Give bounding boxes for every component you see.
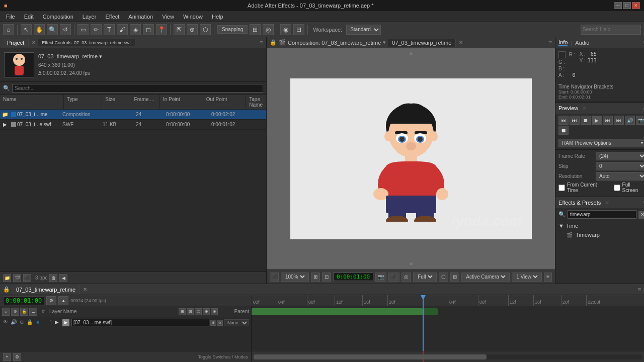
layer-name-input[interactable] [71, 319, 209, 326]
minimize-button[interactable]: — [614, 2, 622, 9]
comp-options-btn2[interactable]: ≡ [544, 273, 552, 282]
toolbar-btn-preview[interactable]: ⊟ [293, 24, 304, 35]
quality-select-input[interactable]: Full [416, 274, 434, 280]
timeline-bar-1-after[interactable] [423, 308, 438, 315]
comp-options-btn[interactable]: ≡ [548, 39, 552, 46]
frame-rate-select[interactable]: (24) [596, 152, 644, 160]
comp-snap-btn[interactable]: ⊞ [311, 273, 320, 282]
info-tab[interactable]: Info [558, 39, 568, 46]
effects-tab[interactable]: Effects & Presets [558, 200, 601, 206]
tl-settings-btn[interactable]: ⚙ [13, 353, 21, 361]
menu-effect[interactable]: Effect [101, 13, 123, 21]
tl-col-icon4[interactable]: ⊕ [203, 308, 210, 315]
effect-controls-tab[interactable]: Effect Controls: 07_03_timewarp_retime.s… [38, 39, 135, 46]
effects-time-category[interactable]: ▼ Time [558, 223, 644, 229]
tl-col-icon1[interactable]: ⊞ [179, 308, 186, 315]
from-current-checkbox[interactable] [558, 185, 565, 191]
toolbar-hand-tool[interactable]: ✋ [34, 24, 45, 35]
menu-layer[interactable]: Layer [78, 13, 101, 21]
toolbar-select-tool[interactable]: ↖ [21, 24, 32, 35]
comp-view-btn[interactable]: ⬛ [388, 273, 399, 282]
project-tab-close[interactable]: ✕ [32, 40, 36, 45]
zoom-select-input[interactable]: 100% [283, 274, 306, 280]
layer-label-switch[interactable]: ■ [34, 319, 41, 326]
tl-col-icon2[interactable]: ⊡ [187, 308, 194, 315]
layer-lock-switch[interactable]: 🔒 [26, 319, 33, 326]
preview-first-btn[interactable]: ⏮ [558, 116, 569, 125]
preview-prev-btn[interactable]: ⏭ [570, 116, 580, 125]
comp-camera-btn[interactable]: 📷 [375, 273, 386, 282]
project-item-composition[interactable]: 📁 07_03_t...ime Composition 24 0:00:00:0… [0, 110, 266, 120]
comp-zoom-select[interactable]: 100% [281, 273, 309, 282]
layer-video-switch[interactable]: 👁 [2, 319, 9, 326]
view-select[interactable]: 1 View [512, 273, 542, 282]
menu-help[interactable]: Help [208, 13, 227, 21]
comp-tab-close[interactable]: ✕ [459, 40, 463, 45]
toolbar-btn-3d[interactable]: ◎ [263, 24, 274, 35]
toolbar-btn-snap[interactable]: ⬡ [200, 24, 211, 35]
toolbar-home-btn[interactable]: ⌂ [3, 24, 14, 35]
timeline-timecode[interactable]: 0:00:01:00 [3, 296, 44, 305]
toolbar-rect-tool[interactable]: ▭ [77, 24, 89, 35]
preview-next-btn[interactable]: ⏭ [603, 116, 613, 125]
preview-last-btn[interactable]: ⏭ [614, 116, 624, 125]
effects-search-input[interactable] [568, 210, 636, 219]
timeline-playhead[interactable] [423, 295, 424, 306]
toolbar-rotate-tool[interactable]: ↺ [60, 24, 71, 35]
toolbar-zoom-tool[interactable]: 🔍 [47, 24, 58, 35]
layer-row-1[interactable]: 👁 🔊 ⊙ 🔒 ■ 1 ▶ ▶ ⊕ fx [0, 317, 251, 328]
project-item-swf[interactable]: ▶ 07_03_t...e.swf SWF 11 KB 24 0:00:00:0… [0, 120, 266, 130]
timeline-options-btn[interactable]: ≡ [637, 286, 641, 293]
layer-mode-select[interactable]: None [224, 319, 249, 326]
tl-label-btn[interactable]: ☰ [29, 308, 37, 316]
toolbar-btn-move[interactable]: ⇱ [174, 24, 185, 35]
comp-mask-btn[interactable]: ⬡ [439, 273, 448, 282]
toolbar-btn-render[interactable]: ◉ [280, 24, 291, 35]
menu-view[interactable]: View [158, 13, 178, 21]
menu-window[interactable]: Window [179, 13, 207, 21]
maximize-button[interactable]: □ [623, 2, 631, 9]
comp-grid-btn[interactable]: ⊡ [322, 273, 331, 282]
effects-search-clear-btn[interactable]: ✕ [638, 211, 644, 219]
preview-tab[interactable]: Preview [558, 105, 578, 111]
toolbar-btn-grid[interactable]: ⊞ [250, 24, 261, 35]
timeline-tab-close[interactable]: ✕ [83, 287, 87, 292]
ram-preview-dropdown[interactable]: RAM Preview Options ▾ [558, 139, 644, 147]
toolbar-pin-tool[interactable]: 📍 [156, 24, 167, 35]
menu-composition[interactable]: Composition [39, 13, 77, 21]
comp-trans-btn[interactable]: ◎ [401, 273, 411, 282]
timeline-comp-tab[interactable]: 07_03_timewarp_retime [12, 286, 80, 294]
layer-audio-switch[interactable]: 🔊 [10, 319, 17, 326]
timeline-timewarp-btn[interactable]: ⚙ [46, 296, 56, 305]
toolbar-pen-tool[interactable]: ✏ [91, 24, 102, 35]
toggle-switches-label[interactable]: Toggle Switches / Modes [198, 354, 248, 359]
menu-animation[interactable]: Animation [124, 13, 157, 21]
audio-tab[interactable]: Audio [575, 40, 589, 46]
active-camera-input[interactable]: Active Camera [464, 274, 507, 280]
menu-file[interactable]: File [2, 13, 19, 21]
project-options-btn[interactable]: ≡ [260, 39, 263, 46]
search-help-input[interactable] [581, 25, 641, 35]
preview-play-btn[interactable]: ▶ [592, 116, 602, 125]
tl-add-btn[interactable]: + [3, 353, 11, 361]
comp-tab-label[interactable]: 07_03_timewarp_retime [388, 39, 456, 47]
timewarp-effect-item[interactable]: 🎬 Timewarp [558, 231, 644, 239]
comp-timecode[interactable]: 0:00:01:00 [333, 273, 373, 281]
comp-frame-btn[interactable]: ⬛ [270, 273, 279, 282]
timeline-bar-1[interactable] [252, 308, 423, 315]
tl-solo-btn[interactable]: ⊙ [11, 308, 19, 316]
snapping-button[interactable]: Snapping [217, 25, 248, 34]
timeline-scrollbar-thumb[interactable] [254, 354, 487, 359]
preview-loop-btn[interactable]: 🔲 [558, 126, 569, 135]
layer-switch-btn1[interactable]: ⊕ [210, 320, 216, 326]
new-comp-btn[interactable]: 🎬 [13, 274, 21, 282]
tl-lock-btn[interactable]: 🔒 [20, 308, 28, 316]
active-camera-select[interactable]: Active Camera [461, 273, 510, 282]
toolbar-clone-tool[interactable]: ◈ [130, 24, 141, 35]
layer-fx-icon[interactable]: fx [217, 320, 223, 326]
tl-search-btn[interactable]: ⌕ [2, 308, 10, 316]
toolbar-brush-tool[interactable]: 🖌 [117, 24, 128, 35]
menu-edit[interactable]: Edit [20, 13, 38, 21]
toolbar-btn-center[interactable]: ⊕ [187, 24, 198, 35]
preview-audio-btn[interactable]: 🔊 [625, 116, 635, 125]
